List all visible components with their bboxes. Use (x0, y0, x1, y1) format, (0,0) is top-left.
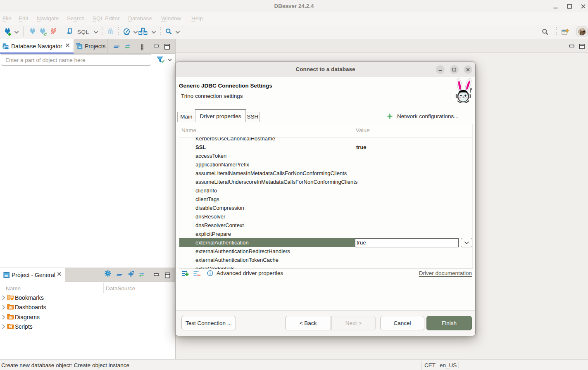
column-header-name[interactable]: Name (6, 285, 21, 292)
table-row[interactable]: extraCredentials (179, 264, 472, 269)
dialog-tab-ssh[interactable]: SSH (245, 112, 260, 122)
table-row[interactable]: externalAuthenticationRedirectHandlers (179, 247, 472, 256)
tab-database-navigator[interactable]: Database Navigator (0, 39, 74, 54)
filter-dropdown-icon[interactable] (167, 58, 172, 62)
minimize-view-icon[interactable] (569, 45, 574, 47)
menu-window[interactable]: Window (161, 15, 181, 21)
user-avatar[interactable] (576, 26, 588, 37)
driver-documentation-link[interactable]: Driver documentation (419, 270, 472, 276)
window-minimize-button[interactable] (553, 4, 558, 9)
cancel-button[interactable]: Cancel (380, 316, 424, 330)
filter-icon[interactable] (157, 57, 165, 63)
quick-search-icon[interactable] (542, 28, 549, 36)
maximize-view-icon[interactable] (165, 273, 170, 278)
disconnect-icon[interactable] (50, 28, 57, 35)
table-row[interactable]: clientInfo (179, 186, 472, 194)
maximize-view-icon[interactable] (164, 44, 170, 50)
tab-project-general-close-icon[interactable] (57, 271, 62, 277)
back-button[interactable]: < Back (285, 316, 331, 330)
next-button[interactable]: Next > (331, 316, 376, 330)
sql-editor-label[interactable]: SQL (77, 29, 89, 35)
add-property-icon[interactable] (182, 270, 189, 278)
open-perspective-icon[interactable] (562, 28, 569, 36)
table-row[interactable]: dnsResolver (179, 212, 472, 221)
table-row[interactable]: applicationNamePrefix (179, 160, 472, 168)
tree-item-scripts[interactable]: Scripts (0, 322, 175, 331)
tree-item-diagrams[interactable]: Diagrams (0, 312, 175, 322)
tasks-icon[interactable] (138, 28, 148, 35)
collapse-all-icon[interactable] (117, 274, 123, 277)
dialog-tab-main[interactable]: Main (177, 112, 195, 122)
new-connection-dropdown-icon[interactable] (14, 31, 19, 34)
table-row[interactable]: dnsResolverContext (179, 221, 472, 229)
test-connection-button[interactable]: Test Connection ... (181, 316, 236, 330)
status-separator (410, 361, 410, 370)
table-header-value[interactable]: Value (356, 127, 370, 133)
dialog-tab-driver-properties[interactable]: Driver properties (195, 109, 246, 122)
tab-projects[interactable]: Projects (74, 39, 108, 54)
column-header-datasource[interactable]: DataSource (106, 285, 135, 292)
sql-editor-icon[interactable] (67, 28, 73, 35)
network-configurations-link[interactable]: Network configurations... (397, 113, 459, 119)
table-row[interactable]: assumeLiteralUnderscoreInMetadataCallsFo… (179, 177, 472, 186)
table-row[interactable]: assumeLiteralNamesInMetadataCallsForNonC… (179, 168, 472, 177)
network-config-plus-icon[interactable] (387, 113, 393, 119)
tree-item-dashboards[interactable]: Dashboards (0, 302, 175, 312)
tasks-dropdown-icon[interactable] (151, 31, 156, 34)
remove-property-icon[interactable] (193, 270, 201, 278)
expand-chevron-icon[interactable] (2, 304, 5, 310)
connect-icon[interactable] (29, 28, 36, 35)
menu-file[interactable]: File (2, 15, 12, 21)
view-menu-icon[interactable] (140, 44, 144, 51)
menu-edit[interactable]: Edit (19, 15, 28, 21)
minimize-view-icon[interactable] (154, 45, 159, 47)
dialog-titlebar[interactable]: Connect to a database (176, 62, 475, 77)
object-filter-input[interactable] (1, 54, 151, 66)
table-row[interactable]: disableCompression (179, 203, 472, 212)
new-connection-icon[interactable] (4, 28, 12, 36)
sql-editor-dropdown-icon[interactable] (93, 31, 98, 34)
dashboard-icon[interactable] (123, 28, 130, 35)
toolbar-search-icon[interactable] (165, 28, 172, 35)
property-value-input[interactable] (355, 238, 459, 247)
info-icon (207, 270, 213, 276)
dashboard-dropdown-icon[interactable] (133, 31, 138, 34)
finish-button[interactable]: Finish (426, 316, 472, 330)
window-close-button[interactable] (581, 4, 586, 9)
expand-icon[interactable] (128, 270, 135, 278)
menu-database[interactable]: Database (128, 15, 152, 21)
link-with-editor-icon[interactable] (124, 44, 131, 49)
dialog-close-button[interactable] (464, 65, 472, 74)
menu-navigate[interactable]: Navigate (37, 15, 59, 21)
property-value-dropdown-button[interactable] (461, 238, 472, 247)
expand-chevron-icon[interactable] (2, 314, 5, 320)
commit-mode-lock-icon[interactable] (107, 28, 114, 35)
table-row[interactable]: KerberosUseCanonicalHostname (179, 138, 472, 142)
reconnect-icon[interactable] (39, 28, 47, 36)
status-bar: Create new database object: Create objec… (0, 359, 588, 370)
project-settings-gear-icon[interactable] (105, 270, 111, 277)
tree-item-bookmarks[interactable]: Bookmarks (0, 293, 175, 302)
menu-search[interactable]: Search (67, 15, 85, 21)
table-row[interactable]: clientTags (179, 194, 472, 203)
table-row[interactable]: explicitPrepare (179, 230, 472, 238)
link-with-editor-icon[interactable] (138, 273, 145, 277)
dialog-minimize-button[interactable] (436, 65, 445, 74)
menu-sql-editor[interactable]: SQL Editor (93, 15, 120, 21)
minimize-view-icon[interactable] (154, 273, 159, 276)
window-maximize-button[interactable] (567, 4, 572, 9)
menu-help[interactable]: Help (191, 15, 203, 21)
maximize-view-icon[interactable] (579, 44, 585, 49)
expand-chevron-icon[interactable] (2, 324, 5, 330)
tab-database-navigator-close-icon[interactable] (65, 43, 70, 48)
expand-chevron-icon[interactable] (2, 295, 5, 301)
toolbar-separator (160, 27, 161, 37)
toolbar-search-dropdown-icon[interactable] (175, 31, 180, 34)
table-row[interactable]: externalAuthenticationTokenCache (179, 256, 472, 264)
table-header-name[interactable]: Name (181, 127, 196, 133)
table-row[interactable]: SSL true (179, 142, 472, 151)
collapse-all-icon[interactable] (114, 45, 120, 48)
tab-project-general[interactable]: Project - General (0, 268, 65, 282)
table-row[interactable]: accessToken (179, 151, 472, 160)
dialog-maximize-button[interactable] (450, 65, 459, 74)
